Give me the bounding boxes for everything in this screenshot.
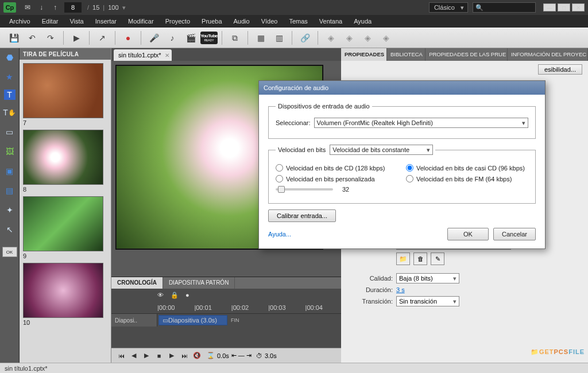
- lock-icon[interactable]: 🔒: [171, 292, 179, 299]
- ok-small-button[interactable]: OK: [2, 247, 17, 257]
- workspace-selector[interactable]: Clásico: [429, 2, 468, 13]
- toolstrip: ⬣ ★ T T✋ ▭ 🖼 ▣ ▤ ✦ ↖ OK: [0, 48, 20, 363]
- copy-icon[interactable]: ⧉: [227, 30, 243, 45]
- menu-ayuda[interactable]: Ayuda: [348, 15, 377, 28]
- rewind-icon[interactable]: ⏮: [116, 351, 126, 360]
- dot-icon[interactable]: ●: [185, 292, 189, 298]
- undo-icon[interactable]: ↶: [24, 30, 40, 45]
- duracion-value[interactable]: 3 s: [396, 286, 405, 293]
- calibrate-button[interactable]: Calibrar entrada...: [268, 209, 336, 222]
- slider-value: 32: [342, 186, 349, 193]
- page-sep: /: [87, 4, 89, 11]
- menu-video[interactable]: Vídeo: [256, 15, 284, 28]
- stop-icon[interactable]: ■: [154, 351, 164, 360]
- calidad-select[interactable]: Baja (8 bits): [396, 273, 459, 283]
- mic-icon[interactable]: 🎤: [146, 30, 162, 45]
- bitrate-slider[interactable]: [276, 188, 333, 191]
- menu-insertar[interactable]: Insertar: [90, 15, 122, 28]
- text-cursor-icon[interactable]: T✋: [3, 106, 17, 119]
- timeline-track[interactable]: Diaposi.. ▭ Diapositiva (3.0s) FIN: [111, 314, 341, 327]
- close-button[interactable]: ✕: [572, 3, 585, 11]
- play-icon[interactable]: ▶: [141, 351, 152, 360]
- document-tab[interactable]: sin título1.cptx* ✕: [114, 49, 172, 61]
- frame-icon[interactable]: ▣: [3, 164, 17, 178]
- radio-custom[interactable]: Velocidad en bits personalizada: [276, 175, 398, 182]
- tab-info-proyecto[interactable]: INFORMACIÓN DEL PROYEC: [508, 48, 588, 61]
- export-icon[interactable]: ↗: [94, 30, 110, 45]
- ffwd-icon[interactable]: ⏭: [179, 351, 189, 360]
- link-icon[interactable]: 🔗: [297, 30, 313, 45]
- layer4-icon[interactable]: ◈: [378, 30, 394, 45]
- slide-thumb[interactable]: 9: [23, 196, 103, 259]
- tab-close-icon[interactable]: ✕: [165, 52, 169, 59]
- save-icon[interactable]: 💾: [6, 30, 22, 45]
- eye-icon[interactable]: 👁: [157, 292, 164, 298]
- mute-icon[interactable]: 🔇: [192, 351, 202, 360]
- folder-icon[interactable]: 📁: [396, 252, 410, 265]
- menu-prueba[interactable]: Prueba: [196, 15, 227, 28]
- slide-thumb[interactable]: 8: [23, 130, 103, 193]
- youtube-icon[interactable]: YouTubeREADY: [201, 30, 217, 45]
- help-link[interactable]: Ayuda...: [268, 231, 291, 238]
- timeline-clip[interactable]: ▭ Diapositiva (3.0s): [158, 315, 227, 325]
- table-icon[interactable]: ▦: [253, 30, 269, 45]
- maximize-button[interactable]: □: [558, 3, 570, 11]
- radio-fm[interactable]: Velocidad en bits de FM (64 kbps): [406, 175, 528, 182]
- group-icon[interactable]: ▥: [271, 30, 287, 45]
- minimize-button[interactable]: —: [543, 3, 556, 11]
- video-icon[interactable]: 🎬: [183, 30, 199, 45]
- slide-thumb[interactable]: 7: [23, 63, 103, 126]
- bitrate-mode-select[interactable]: Velocidad de bits constante: [330, 145, 433, 155]
- filmstrip-title: TIRA DE PELÍCULA: [20, 48, 111, 60]
- cancel-button[interactable]: Cancelar: [493, 228, 536, 240]
- ok-button[interactable]: OK: [447, 228, 489, 240]
- tab-cronologia[interactable]: CRONOLOGÍA: [111, 277, 163, 289]
- zoom-value[interactable]: 100: [108, 4, 118, 11]
- edit-icon[interactable]: ✎: [431, 252, 444, 265]
- shape-icon[interactable]: ▭: [3, 125, 17, 139]
- mail-icon[interactable]: ✉: [22, 2, 33, 13]
- record-icon[interactable]: ●: [120, 30, 136, 45]
- star-icon[interactable]: ★: [3, 70, 17, 84]
- menu-proyecto[interactable]: Proyecto: [160, 15, 196, 28]
- accessibility-button[interactable]: esibilidad...: [538, 64, 582, 75]
- radio-cd[interactable]: Velocidad en bits de CD (128 kbps): [276, 164, 398, 172]
- menu-ventana[interactable]: Ventana: [314, 15, 348, 28]
- transicion-select[interactable]: Sin transición: [396, 296, 459, 306]
- menu-editar[interactable]: Editar: [36, 15, 64, 28]
- menu-modificar[interactable]: Modificar: [122, 15, 160, 28]
- wand-icon[interactable]: ✦: [3, 203, 17, 217]
- tab-patron[interactable]: DIAPOSITIVA PATRÓN: [163, 277, 235, 289]
- redo-icon[interactable]: ↷: [42, 30, 59, 45]
- menu-archivo[interactable]: Archivo: [3, 15, 36, 28]
- step-fwd-icon[interactable]: ▶: [167, 351, 177, 360]
- step-back-icon[interactable]: ◀: [129, 351, 139, 360]
- menu-audio[interactable]: Audio: [228, 15, 256, 28]
- slide-thumb[interactable]: 10: [23, 263, 103, 326]
- layer2-icon[interactable]: ◈: [341, 30, 357, 45]
- menu-temas[interactable]: Temas: [283, 15, 313, 28]
- radio-near-cd[interactable]: Velocidad en bits de casi CD (96 kbps): [406, 164, 528, 172]
- audio-device-select[interactable]: Volumen (FrontMic (Realtek High Definiti…: [314, 118, 528, 128]
- music-icon[interactable]: ♪: [164, 30, 180, 45]
- play-icon[interactable]: ▶: [68, 30, 84, 45]
- current-page[interactable]: 8: [64, 2, 82, 13]
- cursor-icon[interactable]: ↖: [3, 223, 17, 236]
- search-input[interactable]: 🔍: [473, 2, 536, 13]
- download-icon[interactable]: ↓: [36, 2, 47, 13]
- stack-icon[interactable]: ▤: [3, 184, 17, 197]
- trash-icon[interactable]: 🗑: [413, 252, 427, 265]
- tab-propiedades[interactable]: PROPIEDADES: [341, 48, 387, 61]
- filmstrip-panel: TIRA DE PELÍCULA 7 8 9 10: [20, 48, 111, 363]
- upload-icon[interactable]: ↑: [50, 2, 60, 13]
- tab-prop-prueba[interactable]: PROPIEDADES DE LAS PRUE: [425, 48, 508, 61]
- titlebar: Cp ✉ ↓ ↑ 8 / 15 | 100 ▾ Clásico 🔍 — □ ✕: [0, 0, 588, 15]
- layer1-icon[interactable]: ◈: [323, 30, 339, 45]
- watermark: 📁GETPCSFILE: [531, 345, 585, 357]
- image-icon[interactable]: 🖼: [3, 145, 17, 158]
- layer3-icon[interactable]: ◈: [359, 30, 376, 45]
- pointer-icon[interactable]: ⬣: [3, 50, 17, 64]
- menu-vista[interactable]: Vista: [64, 15, 89, 28]
- text-icon[interactable]: T: [4, 90, 16, 100]
- tab-biblioteca[interactable]: BIBLIOTECA: [387, 48, 425, 61]
